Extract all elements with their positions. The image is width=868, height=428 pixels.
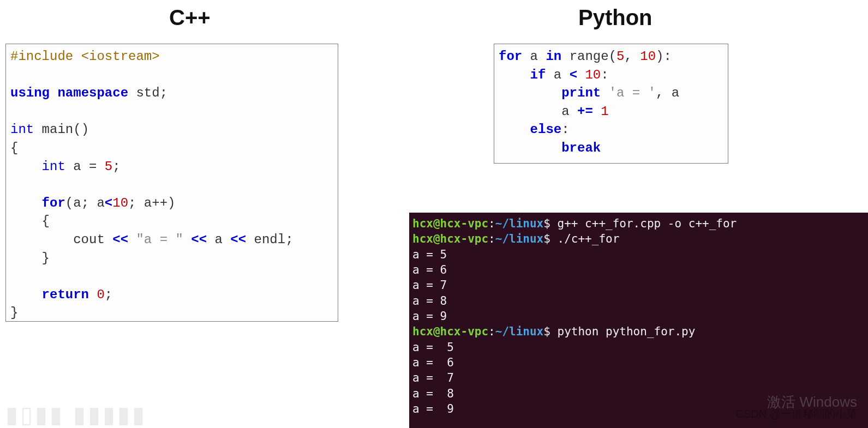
terminal-out-cpp-1: a = 6 [412, 263, 447, 276]
terminal-out-py-1: a = 6 [412, 356, 454, 369]
watermark-csdn-logo: ▮▯▮▮ ▮▮▮▮▮ [5, 401, 147, 428]
terminal-cmd-run-py: python python_for.py [558, 325, 696, 338]
python-code-block: for a in range(5, 10): if a < 10: print … [494, 44, 728, 164]
terminal-out-py-2: a = 7 [412, 371, 454, 384]
terminal-path: ~/linux [495, 217, 544, 230]
terminal-out-cpp-4: a = 9 [412, 310, 447, 323]
terminal-cmd-run-cpp: ./c++_for [558, 232, 620, 245]
terminal-out-cpp-3: a = 8 [412, 294, 447, 308]
terminal-user: hcx@hcx-vpc [412, 217, 488, 230]
heading-python: Python [578, 5, 653, 30]
terminal-out-py-3: a = 8 [412, 387, 454, 400]
cpp-line-include: #include [10, 49, 81, 64]
terminal-out-cpp-0: a = 5 [412, 248, 447, 261]
terminal-cmd-gpp: g++ c++_for.cpp -o c++_for [558, 217, 737, 230]
terminal-out-py-4: a = 9 [412, 402, 454, 415]
heading-cpp: C++ [169, 5, 211, 30]
terminal-out-py-0: a = 5 [412, 341, 454, 354]
watermark-csdn-author: CSDN @一道秘制的小菜 [735, 407, 857, 421]
terminal-out-cpp-2: a = 7 [412, 279, 447, 292]
cpp-code-block: #include <iostream> using namespace std;… [5, 44, 338, 322]
